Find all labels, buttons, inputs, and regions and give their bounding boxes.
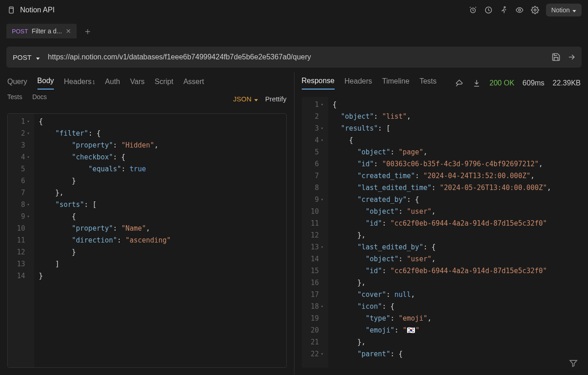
- tab-vars[interactable]: Vars: [130, 78, 145, 90]
- request-tab[interactable]: POST Filter a d... ✕: [6, 24, 77, 38]
- response-body-viewer[interactable]: 1▾2 3▾4▾5 6 7 8 9▾10 11 12 13▾14 15 16 1…: [302, 97, 581, 368]
- url-bar: POST: [6, 47, 582, 68]
- filter-icon[interactable]: [569, 359, 578, 368]
- tab-docs[interactable]: Docs: [32, 93, 47, 104]
- tab-query[interactable]: Query: [7, 78, 27, 90]
- tab-timeline[interactable]: Timeline: [382, 77, 410, 89]
- chevron-down-icon: [254, 95, 258, 103]
- environment-label: Notion: [551, 6, 570, 14]
- request-body-editor[interactable]: 1▾2▾3 4▾5 6 7 8▾9▾10 11 12 13 14 { "filt…: [7, 113, 287, 368]
- method-label: POST: [13, 53, 31, 61]
- body-format-select[interactable]: JSON: [233, 95, 258, 103]
- tab-response[interactable]: Response: [302, 77, 335, 90]
- response-section-tabs: Response Headers Timeline Tests 200 OK 6…: [294, 72, 588, 90]
- download-icon[interactable]: [472, 79, 481, 88]
- collection-icon: [6, 5, 16, 15]
- tab-body[interactable]: Body: [37, 77, 54, 90]
- svg-point-3: [504, 7, 505, 8]
- tab-response-headers[interactable]: Headers: [345, 77, 372, 89]
- tab-auth[interactable]: Auth: [105, 78, 120, 90]
- response-size: 22.39KB: [553, 79, 581, 87]
- gear-icon[interactable]: [530, 5, 540, 15]
- history-icon[interactable]: [484, 5, 493, 15]
- alarm-icon[interactable]: [468, 5, 478, 15]
- prettify-button[interactable]: Prettify: [265, 95, 287, 103]
- clear-response-icon[interactable]: [455, 79, 464, 88]
- chevron-down-icon: [36, 53, 40, 61]
- runner-icon[interactable]: [499, 5, 509, 15]
- send-icon[interactable]: [567, 53, 576, 62]
- save-icon[interactable]: [551, 53, 561, 62]
- request-section-tabs: Query Body Headers1 Auth Vars Script Ass…: [0, 72, 294, 90]
- tab-headers[interactable]: Headers1: [64, 78, 95, 90]
- status-badge: 200 OK: [489, 79, 514, 87]
- app-title: Notion API: [20, 6, 55, 14]
- tab-tests[interactable]: Tests: [7, 93, 22, 104]
- tab-method: POST: [12, 28, 28, 35]
- tab-response-tests[interactable]: Tests: [420, 77, 436, 89]
- url-input[interactable]: [46, 53, 551, 61]
- environment-selector[interactable]: Notion: [546, 4, 582, 16]
- tab-script[interactable]: Script: [155, 78, 173, 90]
- add-tab-button[interactable]: ＋: [79, 21, 96, 41]
- svg-point-4: [518, 9, 520, 11]
- tab-assert[interactable]: Assert: [184, 78, 204, 90]
- method-select[interactable]: POST: [13, 53, 46, 61]
- svg-point-5: [534, 9, 536, 11]
- chevron-down-icon: [572, 6, 576, 14]
- eye-icon[interactable]: [515, 5, 524, 15]
- response-time: 609ms: [523, 79, 545, 87]
- tab-label: Filter a d...: [31, 27, 62, 35]
- close-icon[interactable]: ✕: [66, 27, 71, 35]
- svg-rect-0: [9, 8, 13, 13]
